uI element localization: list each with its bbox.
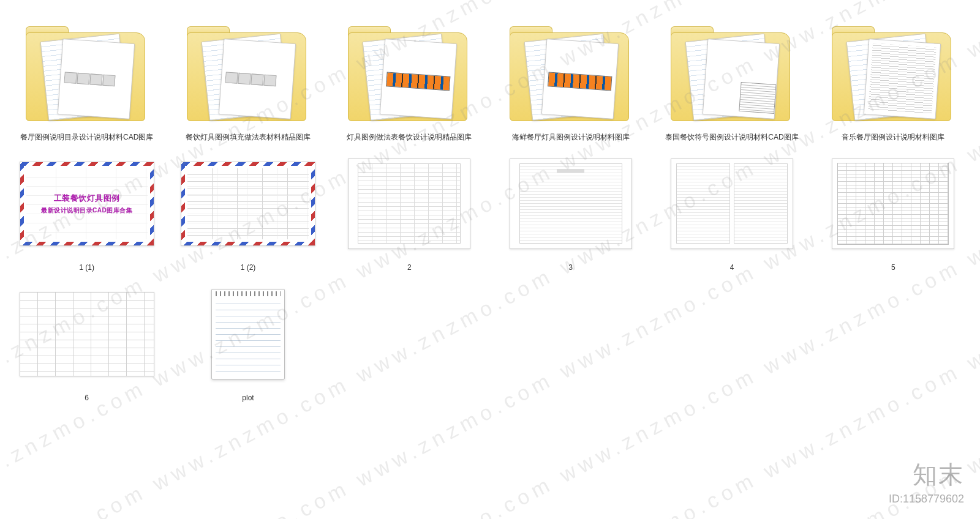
thumb-title-line1: 工装餐饮灯具图例 — [54, 193, 120, 204]
file-item[interactable]: 6 — [12, 279, 161, 403]
file-item[interactable]: 工装餐饮灯具图例 最新设计说明目录CAD图库合集 1 (1) — [12, 149, 161, 273]
folder-label: 音乐餐厅图例设计说明材料图库 — [842, 132, 944, 143]
folder-item[interactable]: 音乐餐厅图例设计说明材料图库 — [819, 18, 968, 143]
file-item[interactable]: 1 (2) — [173, 149, 322, 273]
file-item[interactable]: 5 — [819, 149, 968, 273]
folder-label: 海鲜餐厅灯具图例设计说明材料图库 — [512, 132, 630, 143]
file-label: plot — [242, 393, 254, 403]
folder-label: 灯具图例做法表餐饮设计说明精品图库 — [347, 132, 472, 143]
file-thumb: 工装餐饮灯具图例 最新设计说明目录CAD图库合集 — [12, 149, 161, 259]
file-thumb — [335, 149, 484, 259]
folder-thumb — [496, 18, 645, 129]
thumb-title-line2: 最新设计说明目录CAD图库合集 — [41, 206, 132, 215]
file-label: 5 — [891, 263, 895, 273]
file-label: 1 (1) — [79, 263, 94, 273]
brand-name-zh: 知末 — [889, 458, 964, 491]
folder-item[interactable]: 海鲜餐厅灯具图例设计说明材料图库 — [496, 18, 645, 143]
folder-label: 餐厅图例说明目录设计说明材料CAD图库 — [20, 132, 153, 143]
file-thumb — [819, 149, 968, 259]
folder-item[interactable]: 泰国餐饮符号图例设计说明材料CAD图库 — [657, 18, 806, 143]
folder-thumb — [819, 18, 968, 129]
folder-item[interactable]: 灯具图例做法表餐饮设计说明精品图库 — [335, 18, 484, 143]
file-label: 6 — [85, 393, 89, 403]
file-thumb — [173, 279, 322, 389]
folder-item[interactable]: 餐厅图例说明目录设计说明材料CAD图库 — [12, 18, 161, 143]
brand-block: 知末 ID:1158779602 — [889, 458, 964, 506]
folder-thumb — [657, 18, 806, 129]
file-label: 2 — [407, 263, 412, 273]
folder-label: 泰国餐饮符号图例设计说明材料CAD图库 — [665, 132, 798, 143]
file-label: 1 (2) — [241, 263, 256, 273]
file-item[interactable]: plot — [173, 279, 322, 403]
file-thumb — [12, 279, 161, 389]
file-thumb — [657, 149, 806, 259]
brand-id: ID:1158779602 — [889, 493, 964, 506]
file-label: 4 — [730, 263, 734, 273]
file-label: 3 — [568, 263, 573, 273]
folder-thumb — [173, 18, 322, 129]
folder-item[interactable]: 餐饮灯具图例填充做法表材料精品图库 — [173, 18, 322, 143]
file-item[interactable]: 3 — [496, 149, 645, 273]
file-thumb — [173, 149, 322, 259]
file-thumb — [496, 149, 645, 259]
file-item[interactable]: 2 — [335, 149, 484, 273]
file-item[interactable]: 4 — [657, 149, 806, 273]
folder-thumb — [12, 18, 161, 129]
folder-thumb — [335, 18, 484, 129]
folder-label: 餐饮灯具图例填充做法表材料精品图库 — [186, 132, 311, 143]
file-grid: 餐厅图例说明目录设计说明材料CAD图库 餐饮灯具图例填充做法表材料精品图库 — [0, 0, 980, 421]
